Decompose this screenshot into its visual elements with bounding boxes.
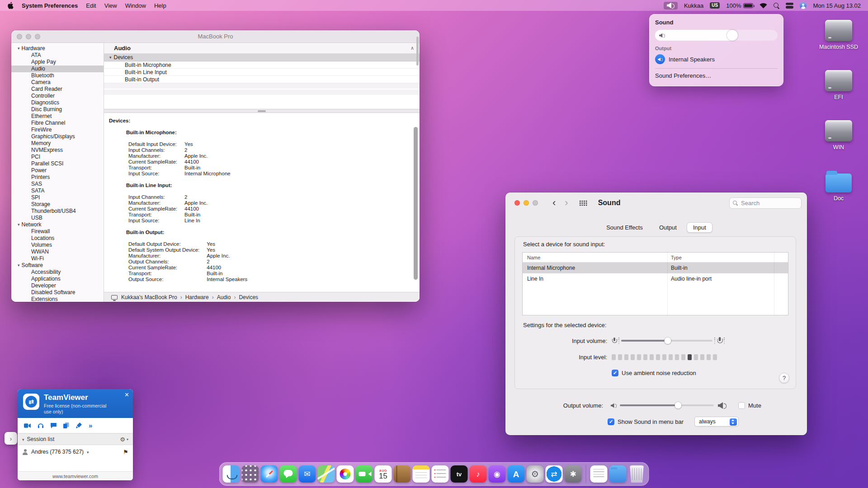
- tree-root-devices[interactable]: Devices: [104, 54, 420, 61]
- dock-item-notes[interactable]: [413, 465, 430, 483]
- volume-menu-icon[interactable]: [664, 2, 678, 9]
- input-volume-slider[interactable]: [621, 340, 712, 342]
- sidebar-item-graphics-displays[interactable]: Graphics/Displays: [11, 133, 104, 140]
- tab-sound-effects[interactable]: Sound Effects: [600, 222, 649, 233]
- dock-item-finder[interactable]: [223, 465, 240, 483]
- menu-app-name[interactable]: System Preferences: [22, 2, 78, 9]
- input-source-icon[interactable]: US: [710, 2, 720, 9]
- menu-username[interactable]: Kukkaa: [684, 2, 703, 9]
- dock-item-trash[interactable]: [628, 465, 646, 483]
- search-field[interactable]: [729, 197, 802, 209]
- sidebar-section-hardware[interactable]: Hardware: [11, 45, 104, 52]
- sidebar-item-sas[interactable]: SAS: [11, 181, 104, 188]
- disclosure-triangle-icon[interactable]: [109, 55, 112, 60]
- sidebar-item-sata[interactable]: SATA: [11, 188, 104, 194]
- sidebar-item-disc-burning[interactable]: Disc Burning: [11, 106, 104, 113]
- sidebar-item-thunderbolt-usb4[interactable]: Thunderbolt/USB4: [11, 208, 104, 215]
- apple-menu-icon[interactable]: [7, 2, 14, 9]
- close-button[interactable]: [514, 200, 520, 206]
- close-icon[interactable]: ×: [125, 391, 129, 399]
- sidebar-item-audio[interactable]: Audio: [11, 66, 104, 72]
- sidebar-section-network[interactable]: Network: [11, 221, 104, 228]
- tab-input[interactable]: Input: [687, 222, 712, 233]
- desktop-icon-doc[interactable]: Doc: [826, 170, 852, 202]
- sidebar-scrollbar-thumb[interactable]: [416, 37, 419, 66]
- voip-headset-button[interactable]: [38, 422, 44, 428]
- splitter-handle[interactable]: [104, 109, 420, 113]
- sidebar-item-power[interactable]: Power: [11, 167, 104, 174]
- sidebar-item-card-reader[interactable]: Card Reader: [11, 86, 104, 93]
- dock-item-calendar[interactable]: AUG15: [375, 465, 392, 483]
- sidebar-item-developer[interactable]: Developer: [11, 282, 104, 289]
- search-input[interactable]: [740, 199, 798, 207]
- sidebar-item-bluetooth[interactable]: Bluetooth: [11, 72, 104, 79]
- sidebar-item-volumes[interactable]: Volumes: [11, 242, 104, 249]
- dock-item-music[interactable]: ♪: [470, 465, 487, 483]
- menu-help[interactable]: Help: [154, 2, 166, 9]
- tree-item-built-in-microphone[interactable]: Built-in Microphone: [104, 61, 420, 69]
- help-button[interactable]: ?: [779, 373, 789, 383]
- sidebar-item-diagnostics[interactable]: Diagnostics: [11, 99, 104, 106]
- slider-knob[interactable]: [675, 402, 681, 409]
- menu-bar-mode-select[interactable]: always: [694, 417, 739, 427]
- dock-item-gray-app[interactable]: ✱: [565, 465, 582, 483]
- sidebar-item-usb[interactable]: USB: [11, 215, 104, 221]
- chat-button[interactable]: [51, 423, 57, 428]
- sidebar-item-parallel-scsi[interactable]: Parallel SCSI: [11, 160, 104, 167]
- table-row[interactable]: Line InAudio line-in port: [523, 273, 788, 284]
- wifi-icon[interactable]: [760, 3, 767, 9]
- sound-titlebar[interactable]: ‹ › Sound: [505, 192, 807, 213]
- breadcrumb-item[interactable]: Audio: [209, 294, 231, 300]
- sidebar-item-firewall[interactable]: Firewall: [11, 228, 104, 235]
- dock-item-maps[interactable]: [318, 465, 335, 483]
- dock-item-teamviewer[interactable]: ⇄: [546, 465, 563, 483]
- teamviewer-website[interactable]: www.teamviewer.com: [18, 471, 133, 480]
- desktop-icon-efi[interactable]: EFI: [825, 70, 852, 100]
- tab-output[interactable]: Output: [653, 222, 683, 233]
- dock-item-photos[interactable]: [337, 465, 354, 483]
- dock-item-tv[interactable]: tv: [451, 465, 468, 483]
- system-info-titlebar[interactable]: MacBook Pro: [11, 30, 420, 43]
- dock-item-system-preferences[interactable]: ⚙: [527, 465, 544, 483]
- dock-item-mail[interactable]: ✉: [299, 465, 316, 483]
- breadcrumb-item[interactable]: Hardware: [177, 294, 209, 300]
- sidebar-item-memory[interactable]: Memory: [11, 140, 104, 147]
- forward-button[interactable]: ›: [562, 198, 571, 208]
- sidebar-item-firewire[interactable]: FireWire: [11, 127, 104, 133]
- breadcrumb-item[interactable]: Devices: [231, 294, 258, 300]
- sidebar-item-controller[interactable]: Controller: [11, 93, 104, 99]
- sidebar-item-locations[interactable]: Locations: [11, 235, 104, 242]
- dock-item-safari[interactable]: [261, 465, 278, 483]
- sidebar-item-pci[interactable]: PCI: [11, 154, 104, 160]
- session-partner-row[interactable]: Andres (776 375 627): [18, 445, 133, 459]
- dock-item-app-store[interactable]: A: [508, 465, 525, 483]
- sidebar-item-wwan[interactable]: WWAN: [11, 249, 104, 255]
- sidebar-item-storage[interactable]: Storage: [11, 201, 104, 208]
- sidebar-item-nvmexpress[interactable]: NVMExpress: [11, 147, 104, 154]
- desktop-icon-win[interactable]: WIN: [825, 120, 852, 150]
- dock-item-contacts[interactable]: [394, 465, 411, 483]
- slider-knob[interactable]: [665, 338, 671, 344]
- sidebar-item-apple-pay[interactable]: Apple Pay: [11, 59, 104, 66]
- desktop-icon-macintosh-ssd[interactable]: Macintosh SSD: [819, 20, 858, 50]
- flag-icon[interactable]: [123, 449, 128, 455]
- dock-item-downloads[interactable]: [609, 465, 627, 483]
- popover-volume-slider[interactable]: [655, 30, 778, 41]
- sidebar-item-disabled-software[interactable]: Disabled Software: [11, 289, 104, 296]
- sidebar-item-accessibility[interactable]: Accessibility: [11, 269, 104, 276]
- details-scrollbar-thumb[interactable]: [414, 127, 418, 280]
- menu-edit[interactable]: Edit: [86, 2, 96, 9]
- dock-item-podcasts[interactable]: ◉: [489, 465, 506, 483]
- battery-indicator[interactable]: 100%: [726, 2, 753, 9]
- sidebar-item-wi-fi[interactable]: Wi-Fi: [11, 255, 104, 262]
- sound-preferences-link[interactable]: Sound Preferences…: [655, 72, 778, 79]
- mute-checkbox[interactable]: [738, 402, 745, 409]
- ambient-noise-checkbox[interactable]: [612, 370, 618, 376]
- menu-clock[interactable]: Mon 15 Aug 13.02: [813, 2, 861, 9]
- dock-item-reminders[interactable]: [432, 465, 449, 483]
- sidebar-item-ata[interactable]: ATA: [11, 52, 104, 59]
- search-icon[interactable]: [774, 3, 779, 9]
- breadcrumb-item[interactable]: Kukkaa's MacBook Pro: [121, 294, 177, 300]
- output-device-row[interactable]: Internal Speakers: [655, 54, 778, 64]
- sidebar-item-fibre-channel[interactable]: Fibre Channel: [11, 120, 104, 127]
